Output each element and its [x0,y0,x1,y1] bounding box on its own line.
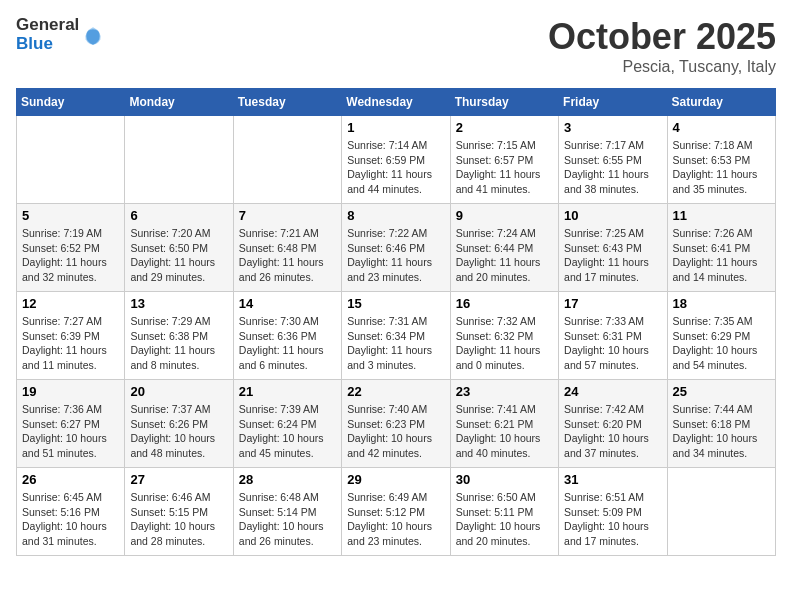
day-number: 13 [130,296,227,311]
day-info: Sunrise: 7:35 AM Sunset: 6:29 PM Dayligh… [673,314,770,373]
day-number: 17 [564,296,661,311]
day-info: Sunrise: 7:40 AM Sunset: 6:23 PM Dayligh… [347,402,444,461]
day-info: Sunrise: 7:31 AM Sunset: 6:34 PM Dayligh… [347,314,444,373]
day-info: Sunrise: 7:36 AM Sunset: 6:27 PM Dayligh… [22,402,119,461]
day-number: 19 [22,384,119,399]
day-cell: 10Sunrise: 7:25 AM Sunset: 6:43 PM Dayli… [559,204,667,292]
day-info: Sunrise: 7:32 AM Sunset: 6:32 PM Dayligh… [456,314,553,373]
week-row-2: 5Sunrise: 7:19 AM Sunset: 6:52 PM Daylig… [17,204,776,292]
weekday-header-wednesday: Wednesday [342,89,450,116]
day-info: Sunrise: 7:24 AM Sunset: 6:44 PM Dayligh… [456,226,553,285]
day-info: Sunrise: 7:29 AM Sunset: 6:38 PM Dayligh… [130,314,227,373]
day-cell: 28Sunrise: 6:48 AM Sunset: 5:14 PM Dayli… [233,468,341,556]
day-number: 6 [130,208,227,223]
day-number: 23 [456,384,553,399]
day-number: 10 [564,208,661,223]
day-info: Sunrise: 6:45 AM Sunset: 5:16 PM Dayligh… [22,490,119,549]
day-number: 15 [347,296,444,311]
weekday-header-row: SundayMondayTuesdayWednesdayThursdayFrid… [17,89,776,116]
day-info: Sunrise: 7:39 AM Sunset: 6:24 PM Dayligh… [239,402,336,461]
day-info: Sunrise: 7:26 AM Sunset: 6:41 PM Dayligh… [673,226,770,285]
day-info: Sunrise: 7:22 AM Sunset: 6:46 PM Dayligh… [347,226,444,285]
weekday-header-monday: Monday [125,89,233,116]
logo-text: General Blue [16,16,79,53]
day-cell [17,116,125,204]
day-cell: 26Sunrise: 6:45 AM Sunset: 5:16 PM Dayli… [17,468,125,556]
day-cell: 20Sunrise: 7:37 AM Sunset: 6:26 PM Dayli… [125,380,233,468]
day-cell: 5Sunrise: 7:19 AM Sunset: 6:52 PM Daylig… [17,204,125,292]
logo: General Blue [16,16,103,53]
day-cell: 27Sunrise: 6:46 AM Sunset: 5:15 PM Dayli… [125,468,233,556]
day-info: Sunrise: 6:46 AM Sunset: 5:15 PM Dayligh… [130,490,227,549]
logo-general: General [16,16,79,35]
calendar-table: SundayMondayTuesdayWednesdayThursdayFrid… [16,88,776,556]
day-number: 9 [456,208,553,223]
day-cell: 8Sunrise: 7:22 AM Sunset: 6:46 PM Daylig… [342,204,450,292]
day-cell: 11Sunrise: 7:26 AM Sunset: 6:41 PM Dayli… [667,204,775,292]
day-cell: 14Sunrise: 7:30 AM Sunset: 6:36 PM Dayli… [233,292,341,380]
weekday-header-thursday: Thursday [450,89,558,116]
weekday-header-friday: Friday [559,89,667,116]
day-info: Sunrise: 7:20 AM Sunset: 6:50 PM Dayligh… [130,226,227,285]
day-cell: 3Sunrise: 7:17 AM Sunset: 6:55 PM Daylig… [559,116,667,204]
day-cell: 6Sunrise: 7:20 AM Sunset: 6:50 PM Daylig… [125,204,233,292]
day-cell: 9Sunrise: 7:24 AM Sunset: 6:44 PM Daylig… [450,204,558,292]
day-number: 16 [456,296,553,311]
day-info: Sunrise: 7:18 AM Sunset: 6:53 PM Dayligh… [673,138,770,197]
day-info: Sunrise: 7:42 AM Sunset: 6:20 PM Dayligh… [564,402,661,461]
logo-icon [83,26,103,46]
day-number: 29 [347,472,444,487]
day-cell: 19Sunrise: 7:36 AM Sunset: 6:27 PM Dayli… [17,380,125,468]
day-number: 11 [673,208,770,223]
day-cell: 29Sunrise: 6:49 AM Sunset: 5:12 PM Dayli… [342,468,450,556]
weekday-header-tuesday: Tuesday [233,89,341,116]
day-info: Sunrise: 7:15 AM Sunset: 6:57 PM Dayligh… [456,138,553,197]
logo-blue: Blue [16,35,79,54]
day-number: 5 [22,208,119,223]
day-cell: 4Sunrise: 7:18 AM Sunset: 6:53 PM Daylig… [667,116,775,204]
day-number: 28 [239,472,336,487]
day-cell: 25Sunrise: 7:44 AM Sunset: 6:18 PM Dayli… [667,380,775,468]
weekday-header-sunday: Sunday [17,89,125,116]
day-number: 31 [564,472,661,487]
week-row-5: 26Sunrise: 6:45 AM Sunset: 5:16 PM Dayli… [17,468,776,556]
page-header: General Blue October 2025 Pescia, Tuscan… [16,16,776,76]
day-number: 20 [130,384,227,399]
week-row-4: 19Sunrise: 7:36 AM Sunset: 6:27 PM Dayli… [17,380,776,468]
day-info: Sunrise: 7:30 AM Sunset: 6:36 PM Dayligh… [239,314,336,373]
day-number: 12 [22,296,119,311]
day-info: Sunrise: 7:44 AM Sunset: 6:18 PM Dayligh… [673,402,770,461]
day-info: Sunrise: 7:27 AM Sunset: 6:39 PM Dayligh… [22,314,119,373]
day-cell: 17Sunrise: 7:33 AM Sunset: 6:31 PM Dayli… [559,292,667,380]
day-number: 3 [564,120,661,135]
day-cell: 1Sunrise: 7:14 AM Sunset: 6:59 PM Daylig… [342,116,450,204]
day-info: Sunrise: 7:41 AM Sunset: 6:21 PM Dayligh… [456,402,553,461]
day-cell: 2Sunrise: 7:15 AM Sunset: 6:57 PM Daylig… [450,116,558,204]
day-cell: 30Sunrise: 6:50 AM Sunset: 5:11 PM Dayli… [450,468,558,556]
day-cell [125,116,233,204]
weekday-header-saturday: Saturday [667,89,775,116]
day-cell: 15Sunrise: 7:31 AM Sunset: 6:34 PM Dayli… [342,292,450,380]
day-info: Sunrise: 6:49 AM Sunset: 5:12 PM Dayligh… [347,490,444,549]
day-number: 14 [239,296,336,311]
week-row-1: 1Sunrise: 7:14 AM Sunset: 6:59 PM Daylig… [17,116,776,204]
day-number: 4 [673,120,770,135]
day-cell: 31Sunrise: 6:51 AM Sunset: 5:09 PM Dayli… [559,468,667,556]
day-number: 24 [564,384,661,399]
day-info: Sunrise: 6:50 AM Sunset: 5:11 PM Dayligh… [456,490,553,549]
title-block: October 2025 Pescia, Tuscany, Italy [548,16,776,76]
day-info: Sunrise: 7:37 AM Sunset: 6:26 PM Dayligh… [130,402,227,461]
day-cell: 22Sunrise: 7:40 AM Sunset: 6:23 PM Dayli… [342,380,450,468]
month-title: October 2025 [548,16,776,58]
day-cell: 23Sunrise: 7:41 AM Sunset: 6:21 PM Dayli… [450,380,558,468]
day-cell: 7Sunrise: 7:21 AM Sunset: 6:48 PM Daylig… [233,204,341,292]
day-cell: 12Sunrise: 7:27 AM Sunset: 6:39 PM Dayli… [17,292,125,380]
day-number: 1 [347,120,444,135]
day-cell: 21Sunrise: 7:39 AM Sunset: 6:24 PM Dayli… [233,380,341,468]
day-cell [667,468,775,556]
day-number: 2 [456,120,553,135]
day-info: Sunrise: 7:25 AM Sunset: 6:43 PM Dayligh… [564,226,661,285]
location-subtitle: Pescia, Tuscany, Italy [548,58,776,76]
day-number: 30 [456,472,553,487]
day-number: 8 [347,208,444,223]
